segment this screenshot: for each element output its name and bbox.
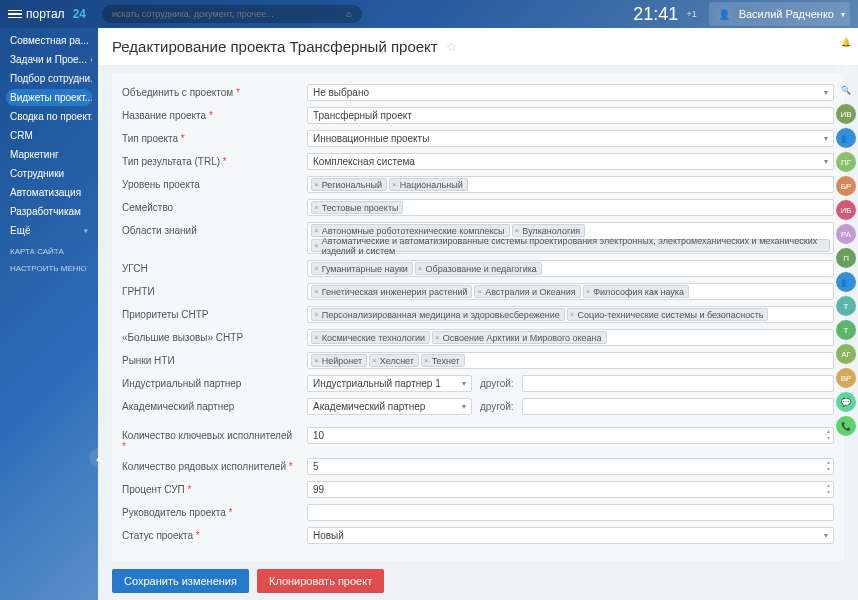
remove-tag-icon[interactable]: × xyxy=(314,310,319,319)
level-tags[interactable]: ×Региональный×Национальный xyxy=(307,176,834,193)
tag[interactable]: ×Национальный xyxy=(389,178,468,191)
remove-tag-icon[interactable]: × xyxy=(418,264,423,273)
tag[interactable]: ×Технет xyxy=(421,354,465,367)
sidebar-item[interactable]: Задачи и Прое...4 xyxy=(6,51,92,68)
remove-tag-icon[interactable]: × xyxy=(314,333,319,342)
nti-tags[interactable]: ×Нейронет×Хелснет×Технет xyxy=(307,352,834,369)
acad-partner-select[interactable]: Академический партнер xyxy=(307,398,472,415)
status-select[interactable]: Новый xyxy=(307,527,834,544)
remove-tag-icon[interactable]: × xyxy=(392,180,397,189)
remove-tag-icon[interactable]: × xyxy=(314,287,319,296)
remove-tag-icon[interactable]: × xyxy=(314,180,319,189)
remove-tag-icon[interactable]: × xyxy=(314,226,319,235)
sidebar-item[interactable]: Ещё▾ xyxy=(6,222,92,239)
sidebar-sitemap[interactable]: КАРТА САЙТА xyxy=(6,247,92,256)
family-tags[interactable]: ×Тестовые проекты xyxy=(307,199,834,216)
tag[interactable]: ×Региональный xyxy=(311,178,387,191)
user-menu[interactable]: 👤 Василий Радченко xyxy=(709,2,850,26)
regular-exec-input[interactable] xyxy=(307,458,834,475)
remove-tag-icon[interactable]: × xyxy=(314,356,319,365)
tag[interactable]: ×Гуманитарные науки xyxy=(311,262,413,275)
scroll-top-button[interactable]: ▲ xyxy=(89,448,109,468)
topbar: портал 24 ⌕ 21:41 +1 👤 Василий Радченко xyxy=(0,0,858,28)
name-input[interactable] xyxy=(307,107,834,124)
remove-tag-icon[interactable]: × xyxy=(570,310,575,319)
remove-tag-icon[interactable]: × xyxy=(477,287,482,296)
tag[interactable]: ×Хелснет xyxy=(369,354,419,367)
sidebar-item[interactable]: Разработчикам xyxy=(6,203,92,220)
tag[interactable]: ×Философия как наука xyxy=(583,285,689,298)
ind-partner-select[interactable]: Индустриальный партнер 1 xyxy=(307,375,472,392)
rail-icon[interactable]: ИБ xyxy=(836,200,856,220)
clone-button[interactable]: Клонировать проект xyxy=(257,569,384,593)
rail-icon[interactable]: 👥 xyxy=(836,128,856,148)
label-status: Статус проекта * xyxy=(122,527,297,541)
rail-icon[interactable]: ВР xyxy=(836,368,856,388)
rail-icon[interactable]: ПГ xyxy=(836,152,856,172)
search-icon[interactable]: ⌕ xyxy=(346,8,352,19)
remove-tag-icon[interactable]: × xyxy=(435,333,440,342)
merge-select[interactable]: Не выбрано xyxy=(307,84,834,101)
rail-icon[interactable]: 🔔 xyxy=(836,32,856,52)
rail-icon[interactable]: БР xyxy=(836,176,856,196)
tag[interactable]: ×Образование и педагогика xyxy=(415,262,542,275)
rail-icon[interactable]: РА xyxy=(836,224,856,244)
big-tags[interactable]: ×Космические технологии×Освоение Арктики… xyxy=(307,329,834,346)
tag[interactable]: ×Автоматические и автоматизированные сис… xyxy=(311,239,830,252)
remove-tag-icon[interactable]: × xyxy=(515,226,520,235)
rail-icon[interactable]: 🔍 xyxy=(836,80,856,100)
sidebar-item[interactable]: Маркетинг xyxy=(6,146,92,163)
form-row-merge: Объединить с проектом * Не выбрано xyxy=(122,81,834,104)
lead-input[interactable] xyxy=(307,504,834,521)
grnti-tags[interactable]: ×Генетическая инженерия растений×Австрал… xyxy=(307,283,834,300)
sidebar-item[interactable]: Сводка по проект... xyxy=(6,108,92,125)
form-row-lead: Руководитель проекта * xyxy=(122,501,834,524)
label-acad_partner: Академический партнер xyxy=(122,398,297,412)
tag[interactable]: ×Генетическая инженерия растений xyxy=(311,285,472,298)
remove-tag-icon[interactable]: × xyxy=(314,203,319,212)
search-input[interactable] xyxy=(102,5,362,23)
sup-input[interactable] xyxy=(307,481,834,498)
rail-icon[interactable]: Т xyxy=(836,320,856,340)
star-icon[interactable]: ☆ xyxy=(446,40,457,54)
logo-badge: 24 xyxy=(73,7,86,21)
hamburger-icon[interactable] xyxy=(8,10,22,19)
acad-partner-other-input[interactable] xyxy=(522,398,834,415)
logo[interactable]: портал 24 xyxy=(8,7,86,21)
tag[interactable]: ×Нейронет xyxy=(311,354,367,367)
sidebar-item[interactable]: CRM xyxy=(6,127,92,144)
trl-select[interactable]: Комплексная система xyxy=(307,153,834,170)
sidebar-item[interactable]: Виджеты проект... xyxy=(6,89,92,106)
tag[interactable]: ×Социо-технические системы и безопасност… xyxy=(567,308,769,321)
remove-tag-icon[interactable]: × xyxy=(314,264,319,273)
rail-icon[interactable]: ИВ xyxy=(836,104,856,124)
sidebar-item[interactable]: Совместная ра...▾ xyxy=(6,32,92,49)
rail-icon[interactable]: Т xyxy=(836,296,856,316)
rail-icon[interactable]: АГ xyxy=(836,344,856,364)
tag[interactable]: ×Тестовые проекты xyxy=(311,201,403,214)
tag[interactable]: ×Персонализированная медицина и здоровье… xyxy=(311,308,565,321)
rail-icon[interactable]: ? xyxy=(836,56,856,76)
ugsn-tags[interactable]: ×Гуманитарные науки×Образование и педаго… xyxy=(307,260,834,277)
sidebar-config[interactable]: НАСТРОИТЬ МЕНЮ xyxy=(6,264,92,273)
remove-tag-icon[interactable]: × xyxy=(314,241,319,250)
save-button[interactable]: Сохранить изменения xyxy=(112,569,249,593)
remove-tag-icon[interactable]: × xyxy=(424,356,429,365)
rail-icon[interactable]: 📞 xyxy=(836,416,856,436)
rail-icon[interactable]: П xyxy=(836,248,856,268)
key-exec-input[interactable] xyxy=(307,427,834,444)
knowledge-tags[interactable]: ×Автономные робототехнические комплексы×… xyxy=(307,222,834,254)
sidebar-item[interactable]: Сотрудники xyxy=(6,165,92,182)
sntr-tags[interactable]: ×Персонализированная медицина и здоровье… xyxy=(307,306,834,323)
sidebar-item[interactable]: Автоматизация xyxy=(6,184,92,201)
tag[interactable]: ×Австралия и Океания xyxy=(474,285,580,298)
ind-partner-other-input[interactable] xyxy=(522,375,834,392)
remove-tag-icon[interactable]: × xyxy=(372,356,377,365)
tag[interactable]: ×Космические технологии xyxy=(311,331,430,344)
sidebar-item[interactable]: Подбор сотрудни... xyxy=(6,70,92,87)
remove-tag-icon[interactable]: × xyxy=(586,287,591,296)
rail-icon[interactable]: 👥 xyxy=(836,272,856,292)
rail-icon[interactable]: 💬 xyxy=(836,392,856,412)
tag[interactable]: ×Освоение Арктики и Мирового океана xyxy=(432,331,606,344)
type-select[interactable]: Инновационные проекты xyxy=(307,130,834,147)
